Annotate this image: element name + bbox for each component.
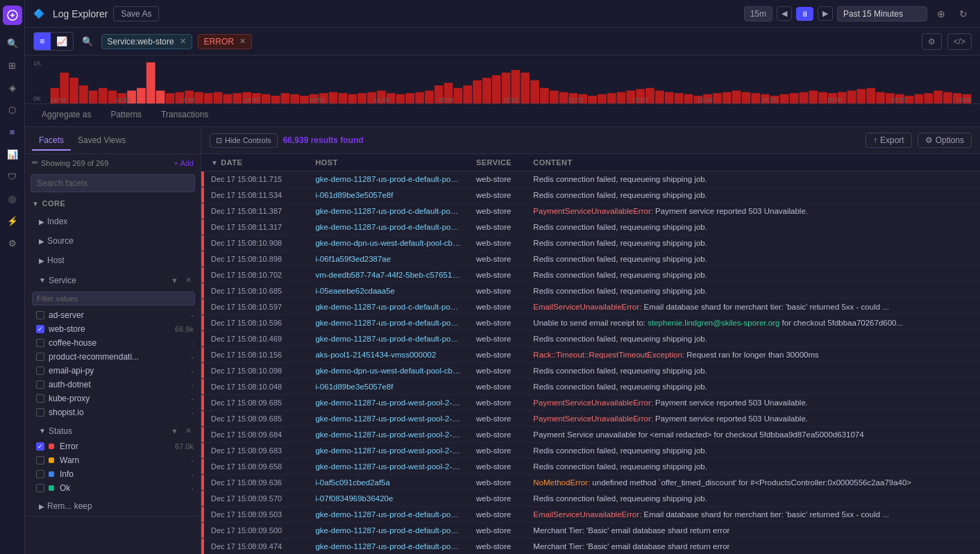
- sidebar-security[interactable]: 🛡: [3, 167, 22, 186]
- table-row[interactable]: Dec 17 15:08:10.908gke-demo-dpn-us-west-…: [201, 235, 980, 251]
- table-row[interactable]: Dec 17 15:08:11.534i-061d89be3e5057e8fwe…: [201, 187, 980, 203]
- status-info-checkbox[interactable]: [36, 470, 44, 478]
- save-as-button[interactable]: Save As: [113, 6, 159, 22]
- table-row[interactable]: Dec 17 15:08:11.387gke-demo-11287-us-pro…: [201, 203, 980, 219]
- tab-transactions[interactable]: Transactions: [153, 104, 217, 126]
- sidebar-apm[interactable]: ⬡: [3, 100, 22, 119]
- list-item[interactable]: shopist.io -: [25, 405, 201, 419]
- cell-host: gke-demo-11287-us-prod-e-default-pool-41…: [308, 539, 468, 555]
- facet-subsection-index: ▶ Index: [25, 212, 201, 231]
- status-warn-checkbox[interactable]: [36, 456, 44, 464]
- remove-service-tag-button[interactable]: ✕: [177, 37, 186, 46]
- table-row[interactable]: Dec 17 15:08:09.636i-0af5c091cbed2af5awe…: [201, 475, 980, 491]
- sidebar-synthetics[interactable]: ◎: [3, 189, 22, 208]
- facet-index-header[interactable]: ▶ Index: [25, 213, 201, 230]
- time-prev-button[interactable]: ◀: [777, 6, 792, 21]
- table-row[interactable]: Dec 17 15:08:10.156aks-pool1-21451434-vm…: [201, 347, 980, 363]
- remove-error-tag-button[interactable]: ✕: [237, 37, 246, 46]
- sidebar-search[interactable]: 🔍: [3, 33, 22, 53]
- sidebar-infrastructure[interactable]: ◈: [3, 78, 22, 97]
- table-row[interactable]: Dec 17 15:08:10.685i-05eaeebe62cdaaa5ewe…: [201, 283, 980, 299]
- table-row[interactable]: Dec 17 15:08:10.469gke-demo-11287-us-pro…: [201, 331, 980, 347]
- service-filter-icon[interactable]: ▼: [169, 276, 180, 285]
- table-row[interactable]: Dec 17 15:08:09.685gke-demo-11287-us-pro…: [201, 395, 980, 411]
- search-facets-input[interactable]: [31, 174, 195, 192]
- tab-aggregate[interactable]: Aggregate as: [33, 104, 99, 126]
- list-item[interactable]: kube-proxy -: [25, 392, 201, 405]
- facets-tab-saved[interactable]: Saved Views: [71, 133, 133, 151]
- list-item[interactable]: email-api-py -: [25, 364, 201, 378]
- add-facet-button[interactable]: + Add: [174, 159, 194, 167]
- table-row[interactable]: Dec 17 15:08:09.658gke-demo-11287-us-pro…: [201, 459, 980, 475]
- table-row[interactable]: Dec 17 15:08:09.684gke-demo-11287-us-pro…: [201, 427, 980, 443]
- sidebar-metrics[interactable]: 📊: [3, 144, 22, 164]
- time-pause-button[interactable]: ⏸: [796, 7, 813, 21]
- facet-status-header[interactable]: ▼ Status ▼ ✕: [25, 422, 201, 439]
- service-product-checkbox[interactable]: [36, 353, 44, 361]
- status-error-checkbox[interactable]: [36, 442, 44, 451]
- sidebar-dashboards[interactable]: ⊞: [3, 56, 22, 75]
- list-item[interactable]: product-recommendati... -: [25, 350, 201, 364]
- table-row[interactable]: Dec 17 15:08:09.500gke-demo-11287-us-pro…: [201, 523, 980, 539]
- table-row[interactable]: Dec 17 15:08:09.474gke-demo-11287-us-pro…: [201, 539, 980, 555]
- facet-source-header[interactable]: ▶ Source: [25, 233, 201, 249]
- facet-service-header[interactable]: ▼ Service ▼ ✕: [25, 271, 201, 289]
- service-kube-checkbox[interactable]: [36, 394, 44, 403]
- service-auth-checkbox[interactable]: [36, 380, 44, 389]
- table-row[interactable]: Dec 17 15:08:10.702vm-deedb587-74a7-44f2…: [201, 267, 980, 283]
- service-filter-input[interactable]: [32, 292, 195, 305]
- zoom-icon[interactable]: ⊕: [933, 7, 949, 21]
- table-row[interactable]: Dec 17 15:08:09.683gke-demo-11287-us-pro…: [201, 443, 980, 459]
- facet-remotehost-header[interactable]: ▶ Rem... keep: [25, 498, 201, 514]
- options-button[interactable]: ⚙ Options: [918, 133, 972, 148]
- settings-icon-button[interactable]: ⚙: [922, 33, 942, 50]
- tab-patterns[interactable]: Patterns: [102, 104, 150, 126]
- table-row[interactable]: Dec 17 15:08:11.317gke-demo-11287-us-pro…: [201, 219, 980, 235]
- hide-controls-button[interactable]: ⊡ Hide Controls: [210, 133, 278, 148]
- service-shopist-checkbox[interactable]: [36, 408, 44, 417]
- sidebar-settings[interactable]: ⚙: [3, 233, 22, 253]
- table-row[interactable]: Dec 17 15:08:11.715gke-demo-11287-us-pro…: [201, 171, 980, 187]
- list-item[interactable]: ad-server -: [25, 308, 201, 322]
- hide-controls-icon: ⊡: [216, 136, 222, 145]
- search-button[interactable]: 🔍: [79, 33, 96, 49]
- list-view-button[interactable]: ≡: [34, 33, 51, 50]
- list-item[interactable]: Info -: [25, 467, 201, 481]
- list-item[interactable]: Ok -: [25, 481, 201, 495]
- code-icon-button[interactable]: </>: [947, 33, 972, 50]
- time-next-button[interactable]: ▶: [818, 6, 833, 21]
- sidebar-logs[interactable]: ≡: [3, 122, 22, 142]
- status-filter-icon[interactable]: ▼: [169, 426, 180, 436]
- facet-host-header[interactable]: ▶ Host: [25, 252, 201, 269]
- facet-section-core-header[interactable]: ▼ CORE: [25, 195, 201, 212]
- status-ok-checkbox[interactable]: [36, 484, 44, 492]
- table-row[interactable]: Dec 17 15:08:10.098gke-demo-dpn-us-west-…: [201, 363, 980, 379]
- service-web-store-checkbox[interactable]: [36, 325, 44, 333]
- service-ad-server-count: -: [191, 311, 194, 319]
- table-row[interactable]: Dec 17 15:08:10.898i-06f1a59f3ed2387aewe…: [201, 251, 980, 267]
- service-kube-count: -: [191, 394, 194, 403]
- cell-date: Dec 17 15:08:09.636: [204, 475, 308, 491]
- time-range-select[interactable]: Past 15 Minutes Past 1 Hour Past 4 Hours…: [837, 6, 927, 22]
- table-row[interactable]: Dec 17 15:08:10.048i-061d89be3e5057e8fwe…: [201, 379, 980, 395]
- facets-tab-facets[interactable]: Facets: [32, 133, 71, 151]
- service-ad-server-checkbox[interactable]: [36, 311, 44, 319]
- chart-view-button[interactable]: 📈: [51, 33, 73, 50]
- list-item[interactable]: Error 67.0k: [25, 439, 201, 453]
- export-button[interactable]: ↑ Export: [865, 133, 912, 148]
- table-row[interactable]: Dec 17 15:08:09.685gke-demo-11287-us-pro…: [201, 411, 980, 427]
- service-clear-icon[interactable]: ✕: [183, 275, 194, 285]
- table-row[interactable]: Dec 17 15:08:09.503gke-demo-11287-us-pro…: [201, 507, 980, 523]
- table-row[interactable]: Dec 17 15:08:10.596gke-demo-11287-us-pro…: [201, 315, 980, 331]
- status-clear-icon[interactable]: ✕: [183, 426, 194, 436]
- table-row[interactable]: Dec 17 15:08:09.570i-07f0834969b36420ewe…: [201, 491, 980, 507]
- sidebar-ci[interactable]: ⚡: [3, 211, 22, 230]
- table-row[interactable]: Dec 17 15:08:10.597gke-demo-11287-us-pro…: [201, 299, 980, 315]
- service-email-checkbox[interactable]: [36, 367, 44, 375]
- service-coffee-checkbox[interactable]: [36, 339, 44, 347]
- list-item[interactable]: web-store 66.9k: [25, 322, 201, 336]
- list-item[interactable]: Warn -: [25, 453, 201, 467]
- list-item[interactable]: auth-dotnet -: [25, 378, 201, 392]
- refresh-icon[interactable]: ↻: [955, 7, 972, 21]
- list-item[interactable]: coffee-house -: [25, 336, 201, 350]
